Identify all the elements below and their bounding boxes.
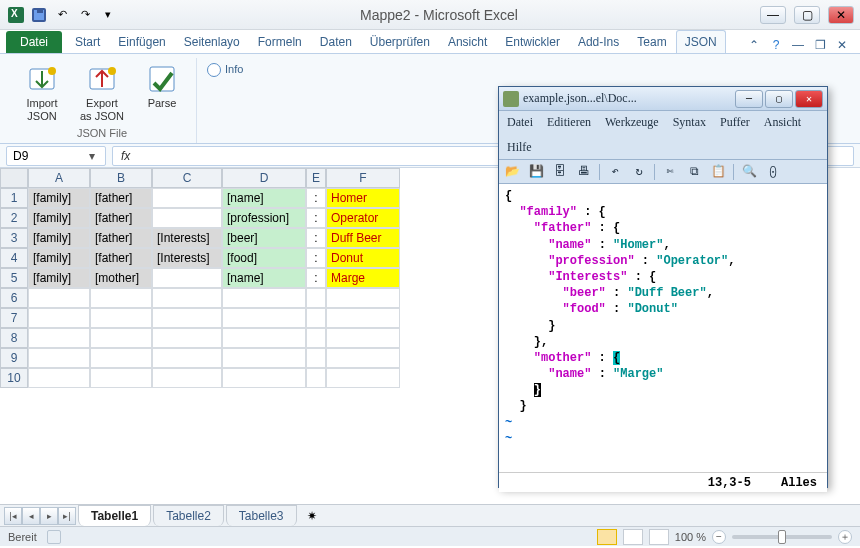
cell[interactable]: [family] (28, 188, 90, 208)
editor-print-icon[interactable]: 🖶 (575, 163, 593, 181)
cell[interactable]: [food] (222, 248, 306, 268)
cell[interactable]: : (306, 268, 326, 288)
ribbon-tab-formeln[interactable]: Formeln (249, 30, 311, 53)
editor-menu-item[interactable]: Hilfe (507, 140, 532, 155)
cell[interactable] (90, 368, 152, 388)
doc-minimize-icon[interactable]: — (790, 37, 806, 53)
cell[interactable] (152, 368, 222, 388)
editor-menu-item[interactable]: Editieren (547, 115, 591, 130)
editor-menu-item[interactable]: Datei (507, 115, 533, 130)
export-json-button[interactable]: Export as JSON (78, 60, 126, 122)
cell[interactable]: [name] (222, 188, 306, 208)
cell[interactable] (306, 328, 326, 348)
cell[interactable] (152, 288, 222, 308)
import-json-button[interactable]: Import JSON (18, 60, 66, 122)
row-header[interactable]: 8 (0, 328, 28, 348)
maximize-button[interactable]: ▢ (794, 6, 820, 24)
cell[interactable] (306, 368, 326, 388)
cell[interactable] (326, 368, 400, 388)
column-header[interactable]: B (90, 168, 152, 188)
editor-menu-item[interactable]: Syntax (673, 115, 706, 130)
editor-find-icon[interactable]: 🔍 (740, 163, 758, 181)
editor-menu-item[interactable]: Puffer (720, 115, 750, 130)
cell[interactable] (28, 368, 90, 388)
info-button[interactable]: Info (207, 60, 249, 78)
cell[interactable] (326, 288, 400, 308)
column-header[interactable]: E (306, 168, 326, 188)
cell[interactable] (326, 328, 400, 348)
cell[interactable]: [beer] (222, 228, 306, 248)
editor-paste-icon[interactable]: 📋 (709, 163, 727, 181)
cell[interactable]: Marge (326, 268, 400, 288)
cell[interactable] (326, 348, 400, 368)
ribbon-tab-add-ins[interactable]: Add-Ins (569, 30, 628, 53)
redo-icon[interactable]: ↷ (75, 5, 95, 25)
page-break-view-button[interactable] (649, 529, 669, 545)
cell[interactable] (326, 308, 400, 328)
zoom-slider[interactable] (732, 535, 832, 539)
row-header[interactable]: 6 (0, 288, 28, 308)
minimize-button[interactable]: — (760, 6, 786, 24)
zoom-in-button[interactable]: ＋ (838, 530, 852, 544)
help-icon[interactable]: ? (768, 37, 784, 53)
cell[interactable]: [mother] (90, 268, 152, 288)
sheet-tab[interactable]: Tabelle3 (226, 505, 297, 526)
row-header[interactable]: 7 (0, 308, 28, 328)
sheet-nav-last-icon[interactable]: ▸| (58, 507, 76, 525)
ribbon-tab-entwicklertools[interactable]: Entwickler (496, 30, 569, 53)
cell[interactable]: [father] (90, 188, 152, 208)
column-header[interactable]: D (222, 168, 306, 188)
cell[interactable] (28, 328, 90, 348)
save-icon[interactable] (29, 5, 49, 25)
cell[interactable]: [Interests] (152, 248, 222, 268)
cell[interactable]: [family] (28, 268, 90, 288)
sheet-tab[interactable]: Tabelle2 (153, 505, 224, 526)
cell[interactable]: Donut (326, 248, 400, 268)
cell[interactable]: [father] (90, 228, 152, 248)
cell[interactable] (222, 348, 306, 368)
editor-maximize-button[interactable]: ▢ (765, 90, 793, 108)
editor-redo-icon[interactable]: ↻ (630, 163, 648, 181)
cell[interactable]: [father] (90, 208, 152, 228)
cell[interactable]: [father] (90, 248, 152, 268)
editor-replace-icon[interactable]: ⨀ (764, 163, 782, 181)
cell[interactable] (152, 308, 222, 328)
row-header[interactable]: 1 (0, 188, 28, 208)
cell[interactable]: : (306, 188, 326, 208)
cell[interactable] (152, 208, 222, 228)
cell[interactable] (306, 308, 326, 328)
close-button[interactable]: ✕ (828, 6, 854, 24)
cell[interactable]: : (306, 208, 326, 228)
editor-open-icon[interactable]: 📂 (503, 163, 521, 181)
zoom-out-button[interactable]: − (712, 530, 726, 544)
app-icon[interactable] (6, 5, 26, 25)
cell[interactable]: [family] (28, 248, 90, 268)
cell[interactable] (222, 368, 306, 388)
sheet-nav-next-icon[interactable]: ▸ (40, 507, 58, 525)
row-header[interactable]: 10 (0, 368, 28, 388)
editor-minimize-button[interactable]: — (735, 90, 763, 108)
cell[interactable] (222, 328, 306, 348)
ribbon-tab-json[interactable]: JSON (676, 30, 726, 53)
editor-saveall-icon[interactable]: 🗄 (551, 163, 569, 181)
column-header[interactable]: A (28, 168, 90, 188)
editor-save-icon[interactable]: 💾 (527, 163, 545, 181)
cell[interactable]: Homer (326, 188, 400, 208)
cell[interactable]: Duff Beer (326, 228, 400, 248)
editor-menu-item[interactable]: Werkzeuge (605, 115, 659, 130)
page-layout-view-button[interactable] (623, 529, 643, 545)
name-box-dropdown-icon[interactable]: ▾ (85, 149, 99, 163)
cell[interactable]: Operator (326, 208, 400, 228)
sheet-nav-prev-icon[interactable]: ◂ (22, 507, 40, 525)
qat-customize-icon[interactable]: ▾ (98, 5, 118, 25)
ribbon-tab-start[interactable]: Start (66, 30, 109, 53)
row-header[interactable]: 3 (0, 228, 28, 248)
ribbon-tab-einfügen[interactable]: Einfügen (109, 30, 174, 53)
column-header[interactable]: F (326, 168, 400, 188)
row-header[interactable]: 5 (0, 268, 28, 288)
cell[interactable]: [family] (28, 228, 90, 248)
insert-sheet-icon[interactable]: ✷ (303, 507, 321, 525)
cell[interactable] (152, 328, 222, 348)
ribbon-tab-team[interactable]: Team (628, 30, 675, 53)
editor-titlebar[interactable]: example.json...el\Doc... — ▢ ✕ (499, 87, 827, 111)
